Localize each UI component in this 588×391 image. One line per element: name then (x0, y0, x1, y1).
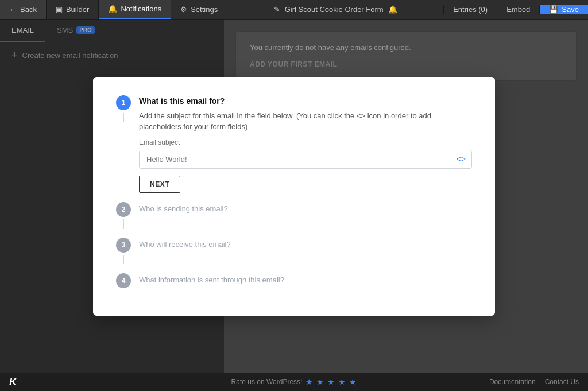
embed-button[interactable]: Embed (497, 5, 539, 14)
placeholder-icon[interactable]: <> (451, 154, 471, 164)
step-2-connector: 2 (116, 202, 131, 229)
entries-button[interactable]: Entries (0) (443, 5, 497, 14)
notifications-tab[interactable]: 🔔 Notifications (99, 0, 171, 19)
form-title-area: ✎ Girl Scout Cookie Order Form 🔔 (227, 5, 443, 14)
builder-tab[interactable]: ▣ Builder (47, 0, 99, 19)
form-title: Girl Scout Cookie Order Form (285, 5, 384, 14)
back-button[interactable]: ← Back (0, 0, 47, 19)
email-subject-input-row: <> (139, 150, 472, 169)
step-3-title: Who will receive this email? (139, 238, 231, 249)
step-1-next-button[interactable]: NEXT (139, 176, 180, 193)
step-1-connector: 1 (116, 95, 131, 122)
step-1-title: What is this email for? (139, 96, 472, 106)
email-subject-input[interactable] (140, 150, 451, 168)
step-1: 1 What is this email for? Add the subjec… (116, 95, 472, 193)
step-3-connector: 3 (116, 238, 131, 264)
back-icon: ← (9, 5, 17, 14)
rate-text: Rate us on WordPress! (231, 378, 303, 386)
gear-icon: ⚙ (180, 5, 187, 14)
builder-icon: ▣ (56, 5, 63, 14)
settings-tab[interactable]: ⚙ Settings (171, 0, 227, 19)
step-2-title: Who is sending this email? (139, 202, 228, 213)
step-4-title: What information is sent through this em… (139, 273, 284, 284)
star-5: ★ (349, 377, 357, 386)
step-3-circle: 3 (116, 238, 131, 253)
star-1: ★ (305, 377, 313, 386)
star-2: ★ (316, 377, 324, 386)
email-setup-modal: 1 What is this email for? Add the subjec… (93, 77, 495, 316)
star-3: ★ (327, 377, 335, 386)
top-nav: ← Back ▣ Builder 🔔 Notifications ⚙ Setti… (0, 0, 588, 20)
documentation-link[interactable]: Documentation (489, 378, 536, 386)
bell-icon: 🔔 (108, 5, 117, 13)
step-1-content: What is this email for? Add the subject … (139, 95, 472, 193)
save-button[interactable]: 💾 Save (539, 5, 588, 14)
step-3-line (123, 255, 124, 264)
footer-center: Rate us on WordPress! ★ ★ ★ ★ ★ (231, 377, 357, 386)
bell-icon-center: 🔔 (388, 5, 397, 14)
step-1-description: Add the subject for this email in the fi… (139, 110, 472, 133)
star-4: ★ (338, 377, 346, 386)
step-4: 4 What information is sent through this … (116, 273, 472, 288)
step-3: 3 Who will receive this email? (116, 238, 472, 264)
nav-right: Entries (0) Embed 💾 Save (443, 5, 588, 14)
step-2: 2 Who is sending this email? (116, 202, 472, 229)
footer-links: Documentation Contact Us (489, 378, 579, 386)
footer: K Rate us on WordPress! ★ ★ ★ ★ ★ Docume… (0, 373, 588, 391)
edit-icon: ✎ (274, 5, 280, 14)
step-1-field-label: Email subject (139, 138, 472, 146)
save-icon: 💾 (549, 5, 558, 14)
step-4-connector: 4 (116, 273, 131, 288)
contact-link[interactable]: Contact Us (545, 378, 579, 386)
modal-overlay: 1 What is this email for? Add the subjec… (0, 20, 588, 373)
step-4-circle: 4 (116, 273, 131, 288)
step-1-circle: 1 (116, 95, 131, 110)
step-2-line (123, 219, 124, 229)
step-1-line (123, 113, 124, 122)
step-2-circle: 2 (116, 202, 131, 217)
logo: K (9, 376, 17, 388)
